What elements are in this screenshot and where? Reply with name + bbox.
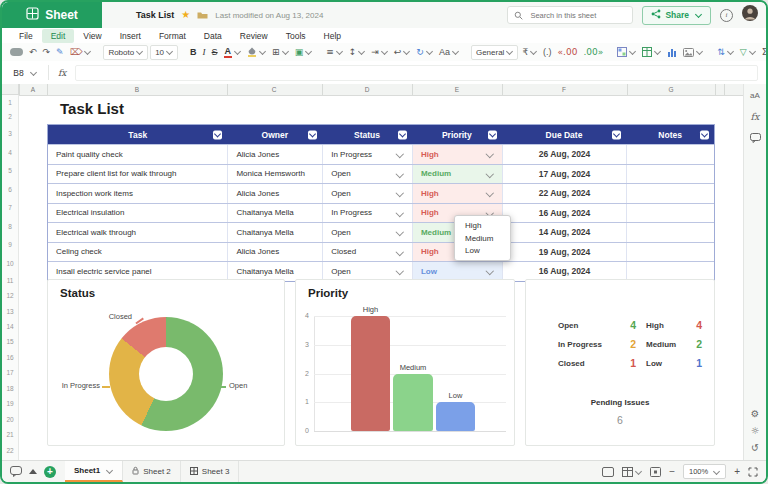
filter-icon[interactable] [308, 130, 317, 139]
row-header-12[interactable]: 12 [2, 288, 18, 303]
favorite-star-icon[interactable]: ★ [181, 10, 190, 20]
horizontal-align-icon[interactable]: ≡ [324, 47, 345, 57]
status-cell[interactable]: Closed [322, 243, 412, 262]
discussions-icon[interactable] [10, 466, 22, 477]
row-header-1[interactable]: 1 [2, 95, 18, 109]
version-history-icon[interactable]: ↺ [751, 442, 759, 453]
insert-table-icon[interactable] [640, 47, 663, 57]
clipboard-icon[interactable] [8, 48, 25, 56]
row-header-17[interactable]: 17 [2, 365, 18, 380]
menu-data[interactable]: Data [195, 29, 231, 43]
priority-cell[interactable]: Medium [412, 165, 502, 184]
document-title[interactable]: Task List [136, 10, 174, 20]
chevron-down-icon[interactable] [396, 228, 404, 236]
fullscreen-icon[interactable] [748, 467, 758, 477]
menu-insert[interactable]: Insert [111, 29, 150, 43]
chevron-down-icon[interactable] [486, 150, 494, 158]
font-family-select[interactable]: Roboto [103, 45, 148, 60]
due-date-cell[interactable]: 16 Aug, 2024 [502, 262, 627, 281]
notes-cell[interactable] [626, 223, 714, 242]
row-header-21[interactable]: 21 [2, 427, 18, 442]
number-format-select[interactable]: General [471, 45, 518, 60]
due-date-cell[interactable]: 22 Aug, 2024 [502, 184, 627, 203]
bar-low[interactable] [436, 402, 475, 431]
sheet-view-icon[interactable] [622, 467, 642, 477]
add-sheet-button[interactable]: + [44, 466, 56, 478]
sheet-tab-sheet-3[interactable]: Sheet 3 [181, 461, 240, 482]
insert-chart-icon[interactable] [665, 48, 679, 57]
share-button[interactable]: Share [642, 6, 711, 25]
chevron-down-icon[interactable] [486, 189, 494, 197]
decrease-decimal-icon[interactable]: «.00 [556, 47, 580, 57]
filter-icon[interactable] [700, 130, 709, 139]
row-header-9[interactable]: 9 [2, 236, 18, 255]
row-header-6[interactable]: 6 [2, 180, 18, 199]
clear-format-icon[interactable]: ⌦ [68, 47, 94, 57]
filter-icon[interactable]: ▽ [738, 47, 758, 57]
fx-icon[interactable]: fx [49, 68, 75, 78]
menu-format[interactable]: Format [150, 29, 195, 43]
menu-tools[interactable]: Tools [277, 29, 315, 43]
formula-input[interactable] [75, 65, 758, 81]
status-donut-chart[interactable] [109, 317, 223, 431]
zoom-in-button[interactable]: + [734, 466, 740, 477]
zoom-level-select[interactable]: 100% [683, 464, 726, 479]
row-header-19[interactable]: 19 [2, 396, 18, 411]
chevron-down-icon[interactable] [396, 169, 404, 177]
owner-cell[interactable]: Monica Hemsworth [227, 165, 322, 184]
row-header-4[interactable]: 4 [2, 143, 18, 162]
row-header-5[interactable]: 5 [2, 162, 18, 181]
owner-cell[interactable]: Alicia Jones [227, 243, 322, 262]
bar-medium[interactable] [393, 374, 433, 432]
task-cell[interactable]: Celing check [48, 243, 227, 262]
column-header-g[interactable]: G [663, 84, 679, 95]
bar-high[interactable] [351, 316, 390, 431]
priority-chart-card[interactable]: Priority 01234HighMediumLow [295, 279, 515, 446]
text-color-icon[interactable]: A [222, 47, 244, 58]
chevron-down-icon[interactable] [486, 267, 494, 275]
dropdown-option-high[interactable]: High [455, 220, 510, 233]
conditional-format-icon[interactable] [615, 47, 638, 57]
row-header-16[interactable]: 16 [2, 350, 18, 365]
insert-media-icon[interactable] [681, 48, 705, 57]
notes-cell[interactable] [626, 145, 714, 164]
row-header-2[interactable]: 2 [2, 109, 18, 124]
notes-cell[interactable] [626, 184, 714, 203]
column-header-b[interactable]: B [129, 84, 145, 95]
fill-color-icon[interactable] [245, 47, 268, 57]
menu-review[interactable]: Review [231, 29, 277, 43]
row-header-14[interactable]: 14 [2, 319, 18, 334]
status-cell[interactable]: In Progress [322, 204, 412, 223]
indent-icon[interactable]: ⇥ [369, 47, 390, 57]
text-rotation-icon[interactable]: ↻ [414, 47, 435, 57]
chevron-down-icon[interactable] [396, 189, 404, 197]
owner-cell[interactable]: Chaitanya Mella [227, 223, 322, 242]
priority-cell[interactable]: High [412, 184, 502, 203]
filter-icon[interactable] [213, 130, 222, 139]
column-header-d[interactable]: D [359, 84, 375, 95]
currency-format-icon[interactable]: ₹ [520, 47, 539, 57]
select-all-corner[interactable] [2, 84, 19, 95]
status-cell[interactable]: Open [322, 262, 412, 281]
summary-card[interactable]: Open4In Progress2Closed1 High4Medium2Low… [525, 279, 715, 446]
task-cell[interactable]: Electrical walk through [48, 223, 227, 242]
folder-icon[interactable] [197, 6, 208, 24]
column-header-e[interactable]: E [449, 84, 465, 95]
row-header-20[interactable]: 20 [2, 411, 18, 426]
search-input[interactable] [528, 10, 618, 21]
owner-cell[interactable]: Chaitanya Mella [227, 262, 322, 281]
status-cell[interactable]: Open [322, 184, 412, 203]
notes-cell[interactable] [626, 204, 714, 223]
filter-icon[interactable] [398, 130, 407, 139]
italic-icon[interactable]: I [201, 47, 208, 57]
row-header-7[interactable]: 7 [2, 199, 18, 218]
theme-brightness-icon[interactable]: ☼ [751, 425, 760, 436]
row-header-11[interactable]: 11 [2, 273, 18, 288]
column-header-f[interactable]: F [556, 84, 572, 95]
undo-icon[interactable]: ↶ [27, 47, 39, 57]
styles-panel-icon[interactable]: aA [750, 91, 760, 100]
sort-icon[interactable]: ⇅ [715, 47, 736, 57]
row-header-3[interactable]: 3 [2, 124, 18, 143]
due-date-cell[interactable]: 17 Aug, 2024 [502, 165, 627, 184]
search-box[interactable] [507, 6, 633, 24]
